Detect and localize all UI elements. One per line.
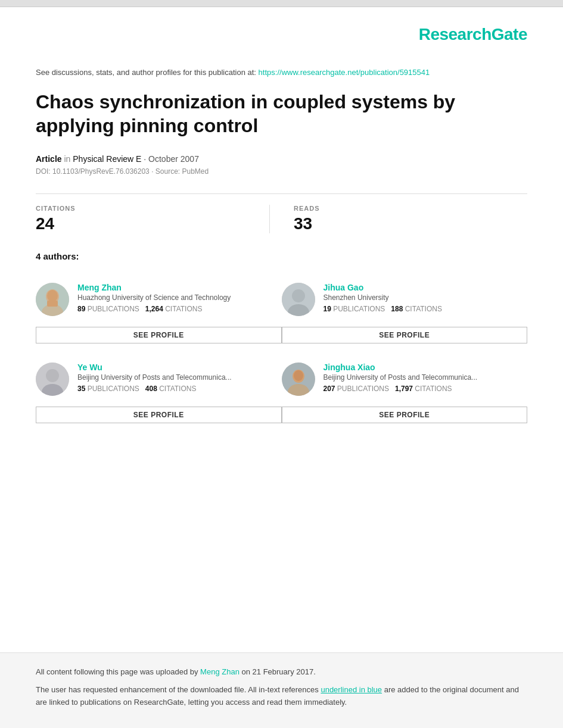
svg-point-6 [292, 289, 305, 302]
see-profile-button-author-4[interactable]: SEE PROFILE [282, 407, 528, 423]
author-avatar-author-1 [36, 283, 69, 316]
main-content: ResearchGate See discussions, stats, and… [0, 7, 563, 652]
article-meta: Article in Physical Review E · October 2… [36, 154, 527, 164]
enhancement-text-1: The user has requested enhancement of th… [36, 685, 319, 694]
article-date: · October 2007 [144, 154, 199, 164]
author-card-author-4: Jinghua Xiao Beijing University of Posts… [282, 353, 528, 433]
svg-rect-4 [47, 301, 58, 307]
stats-row: CITATIONS 24 READS 33 [36, 193, 527, 233]
author-stats-author-3: 35 PUBLICATIONS 408 CITATIONS [77, 385, 282, 393]
publication-link-line: See discussions, stats, and author profi… [36, 68, 527, 77]
author-affiliation-author-1: Huazhong University of Science and Techn… [77, 293, 282, 302]
author-info-author-4: Jinghua Xiao Beijing University of Posts… [324, 363, 528, 393]
footer-bar: All content following this page was uplo… [0, 652, 563, 728]
footer-upload-line: All content following this page was uplo… [36, 666, 527, 679]
author-card-author-1: Meng Zhan Huazhong University of Science… [36, 273, 282, 353]
meta-in-label: in [64, 154, 73, 164]
author-info-author-3: Ye Wu Beijing University of Posts and Te… [77, 363, 282, 393]
uploader-link[interactable]: Meng Zhan [200, 667, 239, 676]
article-title: Chaos synchronization in coupled systems… [36, 90, 527, 138]
author-avatar-author-4 [282, 363, 315, 396]
researchgate-logo: ResearchGate [419, 25, 527, 43]
see-profile-button-author-3[interactable]: SEE PROFILE [36, 407, 282, 423]
header-logo: ResearchGate [36, 25, 527, 44]
article-type: Article [36, 154, 62, 164]
author-card-author-2: Jihua Gao Shenzhen University 19 PUBLICA… [282, 273, 528, 353]
author-info-author-2: Jihua Gao Shenzhen University 19 PUBLICA… [324, 283, 528, 313]
footer-enhancement-line: The user has requested enhancement of th… [36, 684, 527, 709]
see-profile-button-author-1[interactable]: SEE PROFILE [36, 327, 282, 343]
upload-suffix: on 21 February 2017. [241, 667, 315, 676]
pub-link-prefix: See discussions, stats, and author profi… [36, 68, 256, 77]
author-affiliation-author-2: Shenzhen University [324, 293, 528, 302]
reads-value: 33 [294, 214, 527, 233]
svg-point-9 [46, 369, 59, 382]
author-card-inner-author-1: Meng Zhan Huazhong University of Science… [36, 283, 282, 316]
author-name-author-2[interactable]: Jihua Gao [324, 283, 528, 292]
citations-label: CITATIONS [36, 205, 269, 212]
author-name-author-1[interactable]: Meng Zhan [77, 283, 282, 292]
author-affiliation-author-3: Beijing University of Posts and Telecomm… [77, 373, 282, 382]
citations-block: CITATIONS 24 [36, 205, 269, 233]
author-card-inner-author-4: Jinghua Xiao Beijing University of Posts… [282, 363, 528, 396]
authors-section: 4 authors: Meng Zhan Huazhong University… [36, 251, 527, 433]
author-card-author-3: Ye Wu Beijing University of Posts and Te… [36, 353, 282, 433]
page-wrapper: ResearchGate See discussions, stats, and… [0, 0, 563, 728]
authors-grid: Meng Zhan Huazhong University of Science… [36, 273, 527, 433]
journal-name: Physical Review E [73, 154, 141, 164]
doi-line: DOI: 10.1103/PhysRevE.76.036203 · Source… [36, 167, 527, 176]
author-stats-author-4: 207 PUBLICATIONS 1,797 CITATIONS [324, 385, 528, 393]
svg-point-14 [294, 370, 303, 381]
author-avatar-author-3 [36, 363, 69, 396]
author-card-inner-author-2: Jihua Gao Shenzhen University 19 PUBLICA… [282, 283, 528, 316]
top-bar [0, 0, 563, 7]
see-profile-button-author-2[interactable]: SEE PROFILE [282, 327, 528, 343]
upload-prefix: All content following this page was uplo… [36, 667, 198, 676]
author-affiliation-author-4: Beijing University of Posts and Telecomm… [324, 373, 528, 382]
author-card-inner-author-3: Ye Wu Beijing University of Posts and Te… [36, 363, 282, 396]
enhancement-link[interactable]: underlined in blue [321, 685, 382, 694]
authors-heading: 4 authors: [36, 251, 527, 261]
author-info-author-1: Meng Zhan Huazhong University of Science… [77, 283, 282, 313]
author-name-author-4[interactable]: Jinghua Xiao [324, 363, 528, 372]
author-stats-author-2: 19 PUBLICATIONS 188 CITATIONS [324, 305, 528, 313]
citations-value: 24 [36, 214, 269, 233]
author-stats-author-1: 89 PUBLICATIONS 1,264 CITATIONS [77, 305, 282, 313]
author-name-author-3[interactable]: Ye Wu [77, 363, 282, 372]
reads-label: READS [294, 205, 527, 212]
svg-point-3 [47, 290, 58, 302]
author-avatar-author-2 [282, 283, 315, 316]
publication-url[interactable]: https://www.researchgate.net/publication… [259, 68, 430, 77]
reads-block: READS 33 [269, 205, 527, 233]
